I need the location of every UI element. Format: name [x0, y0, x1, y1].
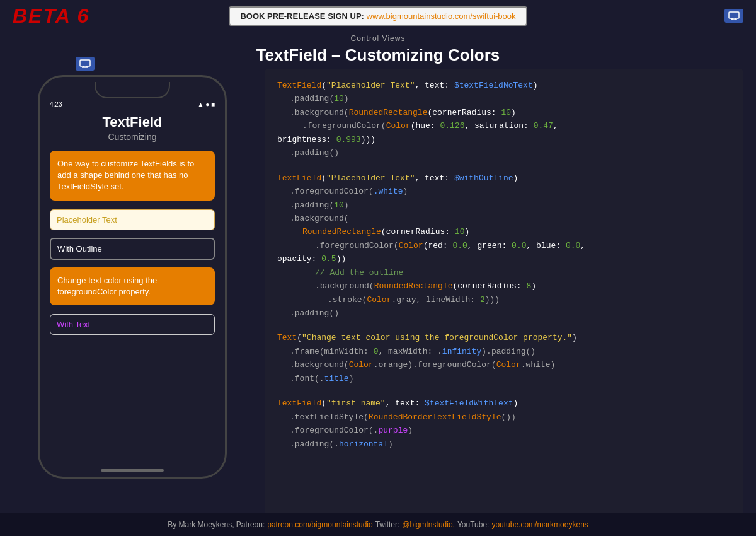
code-block-1: TextField("Placeholder Text", text: $tex…	[277, 79, 731, 160]
code-line: .background(RoundedRectangle(cornerRadiu…	[277, 106, 731, 119]
phone-textfield-title: TextField	[50, 114, 215, 131]
beta-label: BETA 6	[13, 4, 89, 28]
code-line: brightness: 0.993)))	[277, 133, 731, 146]
book-banner-prefix: BOOK PRE-RELEASE SIGN UP:	[240, 11, 364, 21]
code-block-3: Text("Change text color using the foregr…	[277, 331, 731, 385]
phone-mockup: 4:23 ▲ ● ■ TextField Customizing One way…	[38, 75, 227, 479]
code-line: TextField("Placeholder Text", text: $wit…	[277, 172, 731, 185]
category-label: Control Views	[0, 34, 756, 43]
page-title: TextField – Customizing Colors	[0, 43, 756, 67]
code-line: .font(.title)	[277, 372, 731, 385]
code-line: TextField("Placeholder Text", text: $tex…	[277, 79, 731, 92]
phone-placeholder-input[interactable]: Placeholder Text	[50, 209, 215, 230]
code-line: Text("Change text color using the foregr…	[277, 331, 731, 344]
monitor-icon-left	[76, 57, 94, 71]
code-line: // Add the outline	[277, 266, 731, 279]
code-block-2: TextField("Placeholder Text", text: $wit…	[277, 172, 731, 320]
footer-youtube-link[interactable]: youtube.com/markmoeykens	[491, 520, 588, 529]
footer-youtube-prefix: YouTube:	[457, 520, 490, 529]
phone-description-text2: Change text color using the foregroundCo…	[57, 275, 207, 298]
svg-rect-0	[729, 12, 739, 18]
phone-customizing-subtitle: Customizing	[50, 132, 215, 142]
code-line: .stroke(Color.gray, lineWidth: 2)))	[277, 293, 731, 306]
phone-content: TextField Customizing One way to customi…	[40, 108, 225, 464]
book-banner: BOOK PRE-RELEASE SIGN UP: www.bigmountai…	[229, 6, 527, 26]
code-line: .background(	[277, 212, 731, 225]
code-line: .padding(10)	[277, 92, 731, 105]
book-banner-link: www.bigmountainstudio.com/swiftui-book	[367, 11, 516, 21]
monitor-icon-right	[724, 9, 743, 23]
code-line: TextField("first name", text: $textField…	[277, 397, 731, 410]
phone-description-box1: One way to customize TextFields is to ad…	[50, 151, 215, 201]
footer: By Mark Moeykens, Patreon: patreon.com/b…	[0, 513, 756, 536]
code-line: .foregroundColor(.white)	[277, 185, 731, 198]
phone-placeholder-label: Placeholder Text	[57, 215, 117, 224]
footer-patreon-link[interactable]: patreon.com/bigmountainstudio	[267, 520, 372, 529]
code-line: .foregroundColor(Color(red: 0.0, green: …	[277, 239, 731, 252]
footer-text: By Mark Moeykens, Patreon:	[168, 520, 265, 529]
phone-icons: ▲ ● ■	[197, 101, 215, 108]
phone-outline-input[interactable]: With Outline	[50, 238, 215, 260]
code-line: opacity: 0.5))	[277, 252, 731, 265]
phone-home-indicator	[101, 469, 164, 472]
phone-notch	[94, 82, 170, 98]
code-line: .background(Color.orange).foregroundColo…	[277, 358, 731, 371]
phone-outline-label: With Outline	[57, 244, 102, 253]
code-line: .padding(10)	[277, 199, 731, 212]
phone-status-bar: 4:23 ▲ ● ■	[40, 98, 225, 108]
phone-container: 4:23 ▲ ● ■ TextField Customizing One way…	[13, 69, 252, 536]
code-line: .padding()	[277, 146, 731, 160]
phone-description-text1: One way to customize TextFields is to ad…	[57, 158, 207, 193]
phone-time: 4:23	[50, 101, 62, 108]
code-area: TextField("Placeholder Text", text: $tex…	[265, 69, 743, 536]
footer-twitter-handle[interactable]: @bigmtnstudio,	[402, 520, 455, 529]
svg-rect-4	[80, 60, 90, 66]
code-line: .padding()	[277, 306, 731, 320]
code-line: .textFieldStyle(RoundedBorderTextFieldSt…	[277, 411, 731, 424]
code-line: .frame(minWidth: 0, maxWidth: .infinity)…	[277, 345, 731, 358]
code-line: .padding(.horizontal)	[277, 438, 731, 451]
code-line: .foregroundColor(.purple)	[277, 424, 731, 437]
phone-description-box2: Change text color using the foregroundCo…	[50, 267, 215, 305]
code-block-4: TextField("first name", text: $textField…	[277, 397, 731, 451]
main-content: 4:23 ▲ ● ■ TextField Customizing One way…	[0, 69, 756, 536]
code-line: .background(RoundedRectangle(cornerRadiu…	[277, 279, 731, 293]
footer-twitter-prefix: Twitter:	[375, 520, 400, 529]
section-title-area: Control Views TextField – Customizing Co…	[0, 32, 756, 69]
phone-text-input[interactable]: With Text	[50, 314, 215, 335]
code-line: .foregroundColor(Color(hue: 0.126, satur…	[277, 119, 731, 132]
code-line: RoundedRectangle(cornerRadius: 10)	[277, 225, 731, 238]
header: BETA 6 BOOK PRE-RELEASE SIGN UP: www.big…	[0, 0, 756, 32]
phone-text-label: With Text	[57, 320, 90, 329]
phone-home-bar	[40, 464, 225, 477]
